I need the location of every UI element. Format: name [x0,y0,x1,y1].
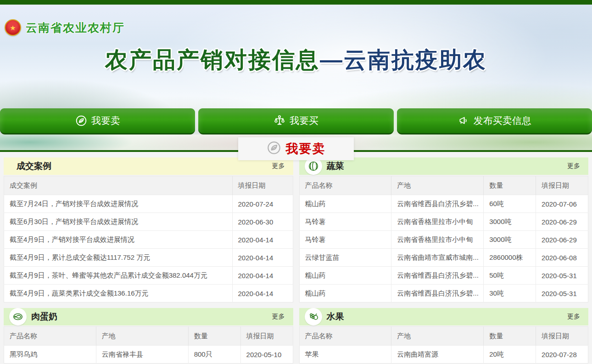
product-name[interactable]: 苹果 [299,346,391,364]
table-row[interactable]: 截至4月9日，茶叶、蜂蜜等其他农产品累计成交金额382.044万元 2020-0… [4,267,293,285]
case-date: 2020-04-14 [232,285,293,302]
product-name[interactable]: 马铃薯 [299,231,391,249]
case-date: 2020-04-14 [232,249,293,267]
meat-col-date: 填报日期 [240,327,293,346]
product-origin: 云南省禄丰县 [96,346,188,364]
product-date: 2020-07-06 [536,195,588,213]
nav-publish-label: 发布买卖信息 [474,114,531,127]
nav-sell-button[interactable]: 我要卖 [0,108,195,134]
veg-col-date: 填报日期 [536,176,588,195]
banner-strip: 我要卖 [0,134,592,152]
product-qty: 2860000株 [484,249,536,267]
table-row[interactable]: 糯山药 云南省维西县白济汛乡碧... 50吨 2020-05-31 [299,267,588,285]
main-content: 成交案例 更多 成交案例 填报日期 截至7月24日，产销对接平台成效进展情况 2… [0,152,592,364]
table-row[interactable]: 糯山药 云南省维西县白济汛乡碧... 60吨 2020-07-06 [299,195,588,213]
meat-col-qty: 数量 [188,327,240,346]
product-origin: 云南省维西县白济汛乡碧... [391,267,484,285]
table-row[interactable]: 截至4月9日，蔬菜类累计成交金额136.16万元 2020-04-14 [4,285,293,302]
table-row[interactable]: 截至4月9日，累计总成交金额达1117.752 万元 2020-04-14 [4,249,293,267]
product-origin: 云南省香格里拉市小中甸 [391,213,484,231]
product-origin: 云南省维西县白济汛乡碧... [391,195,484,213]
nav-buy-label: 我要买 [290,114,318,127]
agency-name: 云南省农业农村厅 [26,20,125,35]
product-origin: 云南曲靖富源 [391,346,484,364]
meat-icon [9,308,27,325]
nav-publish-button[interactable]: 发布买卖信息 [397,108,592,134]
product-qty: 3000吨 [484,213,536,231]
case-title[interactable]: 截至4月9日，茶叶、蜂蜜等其他农产品累计成交金额382.044万元 [4,267,233,285]
vegetables-table-header-row: 产品名称 产地 数量 填报日期 [299,176,588,195]
product-name[interactable]: 糯山药 [299,285,391,302]
cases-panel: 成交案例 更多 成交案例 填报日期 截至7月24日，产销对接平台成效进展情况 2… [4,157,293,302]
case-title[interactable]: 截至4月9日，蔬菜类累计成交金额136.16万元 [4,285,233,302]
product-date: 2020-05-10 [240,346,293,364]
megaphone-icon [458,115,469,127]
product-origin: 云南省曲靖市宣威市城南... [391,249,484,267]
table-row[interactable]: 苹果 云南曲靖富源 20吨 2020-07-28 [299,346,588,364]
product-date: 2020-06-29 [536,213,588,231]
product-name[interactable]: 黑羽乌鸡 [4,346,96,364]
fruit-col-date: 填报日期 [536,327,588,346]
table-row[interactable]: 黑羽乌鸡 云南省禄丰县 800只 2020-05-10 [4,346,293,364]
cases-table-header-row: 成交案例 填报日期 [4,176,293,195]
cases-col-title: 成交案例 [4,176,233,195]
veg-col-qty: 数量 [484,176,536,195]
leaf-icon [75,115,87,127]
case-title[interactable]: 截至4月9日，累计总成交金额达1117.752 万元 [4,249,233,267]
meat-panel-header: 肉蛋奶 更多 [4,308,293,325]
fruits-more-link[interactable]: 更多 [567,313,580,321]
right-column: 蔬菜 更多 产品名称 产地 数量 填报日期 糯山药 [299,157,589,364]
cases-col-date: 填报日期 [232,176,293,195]
fruits-table: 产品名称 产地 数量 填报日期 苹果 云南曲靖富源 20吨 2020-07-28 [299,326,589,364]
table-row[interactable]: 云绿甘蓝苗 云南省曲靖市宣威市城南... 2860000株 2020-06-08 [299,249,588,267]
product-date: 2020-06-08 [536,249,588,267]
fruits-panel-header: 水果 更多 [299,308,589,325]
section-header-sell: 我要卖 [238,137,354,160]
cases-more-link[interactable]: 更多 [272,162,285,170]
nav-sell-label: 我要卖 [91,114,120,127]
vegetables-panel-title: 蔬菜 [327,160,568,172]
table-row[interactable]: 截至4月9日，产销对接平台成效进展情况 2020-04-14 [4,231,293,249]
vegetables-panel: 蔬菜 更多 产品名称 产地 数量 填报日期 糯山药 [299,157,589,302]
case-title[interactable]: 截至4月9日，产销对接平台成效进展情况 [4,231,233,249]
product-date: 2020-07-28 [536,346,588,364]
banner-title-main: 农产品产销对接信息 [105,47,320,72]
fruits-panel-title: 水果 [327,311,568,323]
product-name[interactable]: 糯山药 [299,195,391,213]
meat-panel: 肉蛋奶 更多 产品名称 产地 数量 填报日期 黑羽乌鸡 [4,308,293,364]
case-title[interactable]: 截至7月24日，产销对接平台成效进展情况 [4,195,233,213]
case-title[interactable]: 截至6月30日，产销对接平台成效进展情况 [4,213,233,231]
product-name[interactable]: 马铃薯 [299,213,391,231]
product-name[interactable]: 云绿甘蓝苗 [299,249,391,267]
vegetables-more-link[interactable]: 更多 [567,162,580,170]
site-banner: 云南省农业农村厅 农产品产销对接信息—云南抗疫助农 我要卖 [0,5,592,134]
table-row[interactable]: 糯山药 云南省维西县白济汛乡碧... 30吨 2020-05-31 [299,285,588,302]
table-row[interactable]: 截至7月24日，产销对接平台成效进展情况 2020-07-24 [4,195,293,213]
product-date: 2020-05-31 [536,267,588,285]
banner-title: 农产品产销对接信息—云南抗疫助农 [0,45,592,75]
fruit-col-name: 产品名称 [299,327,391,346]
vegetables-table: 产品名称 产地 数量 填报日期 糯山药 云南省维西县白济汛乡碧... 60吨 2… [299,176,589,302]
main-nav: 我要卖 我要买 [0,108,592,134]
veg-col-origin: 产地 [391,176,484,195]
meat-table: 产品名称 产地 数量 填报日期 黑羽乌鸡 云南省禄丰县 800只 2020-05… [4,326,293,364]
product-date: 2020-06-29 [536,231,588,249]
table-row[interactable]: 截至6月30日，产销对接平台成效进展情况 2020-06-30 [4,213,293,231]
product-name[interactable]: 糯山药 [299,267,391,285]
page: 云南省农业农村厅 农产品产销对接信息—云南抗疫助农 我要卖 [0,0,592,364]
meat-table-header-row: 产品名称 产地 数量 填报日期 [4,327,293,346]
product-qty: 50吨 [484,267,536,285]
fruits-panel: 水果 更多 产品名称 产地 数量 填报日期 苹果 [299,308,589,364]
meat-more-link[interactable]: 更多 [272,313,285,321]
national-emblem-icon [5,19,21,36]
product-qty: 20吨 [484,346,536,364]
table-row[interactable]: 马铃薯 云南省香格里拉市小中甸 3000吨 2020-06-29 [299,231,588,249]
meat-panel-title: 肉蛋奶 [31,311,272,323]
table-row[interactable]: 马铃薯 云南省香格里拉市小中甸 3000吨 2020-06-29 [299,213,588,231]
product-qty: 30吨 [484,285,536,302]
nav-buy-button[interactable]: 我要买 [198,108,393,134]
fruit-col-origin: 产地 [391,327,484,346]
case-date: 2020-07-24 [232,195,293,213]
product-origin: 云南省维西县白济汛乡碧... [391,285,484,302]
fruits-table-header-row: 产品名称 产地 数量 填报日期 [299,327,588,346]
